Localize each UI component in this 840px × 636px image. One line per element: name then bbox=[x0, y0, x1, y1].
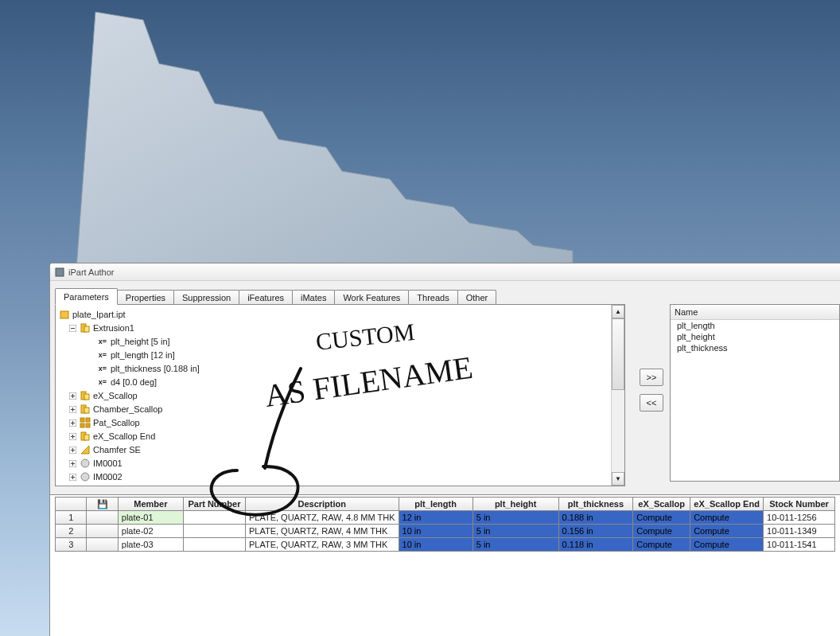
table-cell[interactable]: 5 in bbox=[472, 525, 558, 538]
table-header[interactable]: plt_height bbox=[472, 497, 558, 511]
table-header[interactable]: plt_length bbox=[399, 497, 472, 511]
table-cell[interactable]: 10-011-1541 bbox=[764, 538, 835, 552]
expander-icon[interactable] bbox=[68, 445, 77, 454]
table-row[interactable]: 1plate-01PLATE, QUARTZ, RAW, 4.8 MM THK1… bbox=[56, 511, 835, 525]
table-cell[interactable]: Compute bbox=[690, 511, 764, 525]
tab-suppression[interactable]: Suppression bbox=[173, 290, 239, 305]
scroll-down-button[interactable]: ▼ bbox=[612, 472, 624, 486]
member-table[interactable]: 💾MemberPart NumberDescriptionplt_lengthp… bbox=[55, 497, 835, 552]
expander-icon[interactable] bbox=[68, 458, 77, 467]
table-cell[interactable]: 10-011-1256 bbox=[764, 511, 835, 525]
table-cell[interactable] bbox=[87, 525, 118, 538]
part-icon bbox=[59, 309, 70, 320]
table-cell[interactable] bbox=[184, 525, 246, 538]
table-header[interactable]: eX_Scallop bbox=[633, 497, 690, 511]
ipart-author-window: iPart Author Parameters Properties Suppr… bbox=[49, 263, 840, 636]
tree-feature-label: Pat_Scallop bbox=[93, 416, 140, 429]
tab-ifeatures[interactable]: iFeatures bbox=[239, 290, 293, 305]
scroll-up-button[interactable]: ▲ bbox=[612, 305, 624, 318]
svg-rect-5 bbox=[84, 326, 89, 332]
table-cell[interactable]: 5 in bbox=[472, 511, 558, 525]
table-header[interactable]: eX_Scallop End bbox=[690, 497, 764, 511]
tree-extrusion-label: Extrusion1 bbox=[93, 322, 134, 334]
remove-column-button[interactable]: << bbox=[640, 394, 663, 412]
table-cell[interactable] bbox=[184, 511, 246, 525]
expander-icon[interactable] bbox=[68, 472, 77, 481]
parameters-tree-panel: plate_Ipart.ipt Extrusion1 x=plt_height … bbox=[55, 304, 625, 486]
tab-imates[interactable]: iMates bbox=[292, 290, 335, 305]
table-cell[interactable]: plate-02 bbox=[118, 525, 183, 538]
expander-icon[interactable] bbox=[68, 391, 77, 400]
table-cell[interactable]: 0.156 in bbox=[558, 525, 633, 538]
feature-tree[interactable]: plate_Ipart.ipt Extrusion1 x=plt_height … bbox=[56, 305, 611, 486]
table-header[interactable]: Stock Number bbox=[764, 497, 835, 511]
tree-feature-label: Chamber_Scallop bbox=[93, 403, 162, 416]
table-cell[interactable]: PLATE, QUARTZ, RAW, 4 MM THK bbox=[245, 525, 399, 538]
feature-icon bbox=[80, 471, 91, 482]
tab-work-features[interactable]: Work Features bbox=[334, 290, 409, 305]
table-cell[interactable]: Compute bbox=[633, 525, 690, 538]
tab-other[interactable]: Other bbox=[457, 290, 497, 305]
table-cell[interactable]: 0.118 in bbox=[558, 538, 633, 552]
table-cell[interactable] bbox=[87, 538, 118, 552]
expander-icon[interactable] bbox=[68, 323, 77, 332]
feature-icon bbox=[80, 458, 91, 469]
table-header[interactable]: Description bbox=[245, 497, 399, 511]
table-cell[interactable]: 2 bbox=[56, 525, 87, 538]
expander-icon[interactable] bbox=[68, 431, 77, 440]
tree-feature-label: eX_Scallop bbox=[93, 389, 138, 402]
name-header: Name bbox=[671, 305, 839, 320]
name-list-item[interactable]: plt_length bbox=[671, 320, 839, 331]
tab-threads[interactable]: Threads bbox=[408, 290, 457, 305]
table-row[interactable]: 3plate-03PLATE, QUARTZ, RAW, 3 MM THK10 … bbox=[56, 538, 835, 552]
param-icon: x= bbox=[97, 377, 108, 388]
table-header[interactable]: 💾 bbox=[87, 497, 118, 511]
svg-rect-10 bbox=[84, 394, 89, 400]
tree-scrollbar[interactable]: ▲ ▼ bbox=[611, 305, 624, 486]
table-header[interactable]: plt_thickness bbox=[558, 497, 633, 511]
tab-properties[interactable]: Properties bbox=[117, 290, 174, 305]
table-cell[interactable]: 3 bbox=[56, 538, 87, 552]
table-cell[interactable]: Compute bbox=[690, 538, 764, 552]
table-cell[interactable]: Compute bbox=[690, 525, 764, 538]
table-header[interactable]: Part Number bbox=[184, 497, 246, 511]
table-cell[interactable]: PLATE, QUARTZ, RAW, 4.8 MM THK bbox=[245, 511, 399, 525]
table-cell[interactable]: 5 in bbox=[472, 538, 558, 552]
name-list-item[interactable]: plt_height bbox=[671, 331, 839, 342]
tab-parameters[interactable]: Parameters bbox=[55, 288, 118, 305]
table-cell[interactable]: 12 in bbox=[399, 511, 472, 525]
table-header[interactable] bbox=[56, 497, 87, 511]
table-cell[interactable]: plate-03 bbox=[118, 538, 183, 552]
feature-icon bbox=[80, 431, 91, 442]
svg-rect-21 bbox=[80, 423, 84, 427]
tree-feature-label: eX_Scallop End bbox=[93, 430, 155, 443]
tab-strip: Parameters Properties Suppression iFeatu… bbox=[55, 286, 625, 304]
tree-param-label: plt_thickness [0.188 in] bbox=[111, 362, 200, 375]
table-cell[interactable]: Compute bbox=[633, 538, 690, 552]
table-cell[interactable]: 1 bbox=[56, 511, 87, 525]
add-column-button[interactable]: >> bbox=[640, 369, 663, 386]
table-cell[interactable]: Compute bbox=[633, 511, 690, 525]
member-table-panel: 💾MemberPart NumberDescriptionplt_lengthp… bbox=[50, 494, 840, 636]
viewport-3d-model bbox=[0, 0, 840, 279]
window-icon bbox=[55, 267, 64, 277]
expander-icon[interactable] bbox=[68, 418, 77, 427]
svg-rect-27 bbox=[84, 435, 89, 440]
table-cell[interactable]: 10 in bbox=[399, 538, 472, 552]
tree-param-label: d4 [0.0 deg] bbox=[111, 376, 157, 388]
table-header[interactable]: Member bbox=[118, 497, 183, 511]
svg-point-39 bbox=[81, 473, 89, 481]
table-cell[interactable]: 10-011-1349 bbox=[764, 525, 835, 538]
table-cell[interactable] bbox=[184, 538, 246, 552]
table-cell[interactable]: PLATE, QUARTZ, RAW, 3 MM THK bbox=[245, 538, 399, 552]
table-cell[interactable]: plate-01 bbox=[118, 511, 183, 525]
table-cell[interactable]: 10 in bbox=[399, 525, 472, 538]
titlebar: iPart Author bbox=[50, 263, 840, 281]
table-cell[interactable]: 0.188 in bbox=[558, 511, 633, 525]
scroll-thumb[interactable] bbox=[612, 318, 624, 390]
table-cell[interactable] bbox=[87, 511, 118, 525]
table-row[interactable]: 2plate-02PLATE, QUARTZ, RAW, 4 MM THK10 … bbox=[56, 525, 835, 538]
name-list-item[interactable]: plt_thickness bbox=[671, 342, 839, 353]
svg-rect-19 bbox=[80, 418, 84, 422]
expander-icon[interactable] bbox=[68, 404, 77, 413]
